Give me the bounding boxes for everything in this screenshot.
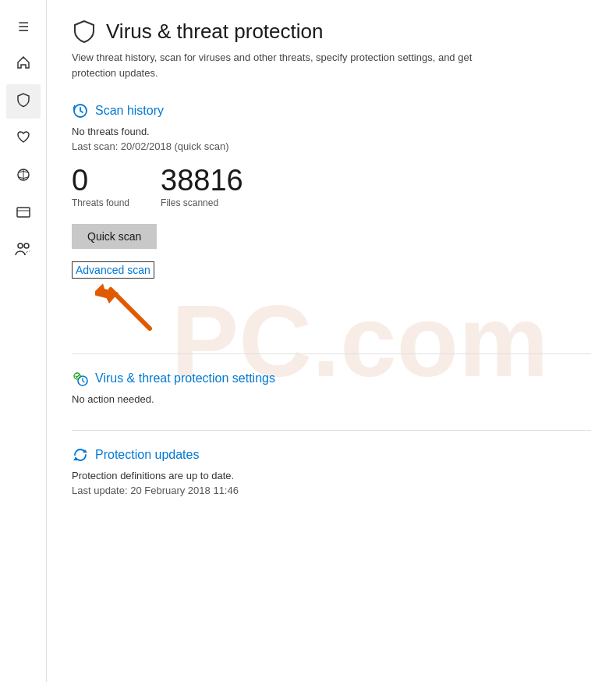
sidebar: ☰ [0, 0, 47, 682]
home-icon [16, 55, 31, 74]
sidebar-item-menu[interactable]: ☰ [6, 9, 41, 44]
divider-2 [72, 430, 591, 431]
protection-settings-icon [72, 370, 89, 387]
protection-updates-title: Protection updates [95, 448, 199, 462]
heart-icon [16, 130, 31, 149]
hamburger-icon: ☰ [18, 20, 29, 34]
quick-scan-button[interactable]: Quick scan [72, 224, 157, 249]
files-number: 38816 [161, 165, 243, 197]
browser-icon [16, 204, 31, 224]
page-shield-icon [72, 19, 97, 44]
protection-settings-header: Virus & threat protection settings [72, 370, 591, 387]
scan-last-scan: Last scan: 20/02/2018 (quick scan) [72, 140, 591, 152]
svg-point-10 [74, 373, 80, 379]
sidebar-item-network[interactable] [6, 159, 41, 194]
scan-history-icon [72, 102, 89, 119]
advanced-scan-link[interactable]: Advanced scan [72, 261, 154, 279]
sidebar-item-family[interactable] [6, 234, 41, 268]
files-label: Files scanned [161, 197, 243, 208]
scan-history-section: Scan history No threats found. Last scan… [72, 102, 591, 329]
page-title: Virus & threat protection [106, 20, 323, 44]
divider-1 [72, 353, 591, 354]
svg-rect-2 [17, 208, 30, 217]
svg-point-4 [18, 243, 23, 248]
protection-settings-status: No action needed. [72, 393, 591, 405]
protection-settings-title: Virus & threat protection settings [95, 371, 275, 385]
scan-history-header: Scan history [72, 102, 591, 119]
page-description: View threat history, scan for viruses an… [72, 50, 508, 80]
protection-settings-section: Virus & threat protection settings No ac… [72, 370, 591, 405]
threats-number: 0 [72, 165, 129, 197]
sidebar-item-home[interactable] [6, 47, 41, 81]
main-content: PC.com Virus & threat protection View th… [47, 0, 616, 682]
shield-icon [16, 92, 31, 112]
sidebar-item-shield[interactable] [6, 84, 41, 119]
protection-updates-last: Last update: 20 February 2018 11:46 [72, 485, 591, 496]
family-icon [15, 242, 32, 261]
threats-label: Threats found [72, 197, 129, 208]
sidebar-item-browser[interactable] [6, 197, 41, 231]
arrow-icon [95, 282, 165, 336]
protection-updates-section: Protection updates Protection definition… [72, 446, 591, 496]
protection-updates-header: Protection updates [72, 446, 591, 464]
svg-line-7 [111, 289, 150, 329]
files-stat: 38816 Files scanned [161, 165, 243, 208]
protection-updates-status: Protection definitions are up to date. [72, 470, 591, 481]
scan-history-title: Scan history [95, 104, 164, 118]
sidebar-item-health[interactable] [6, 122, 41, 156]
page-header: Virus & threat protection [72, 19, 591, 44]
stats-row: 0 Threats found 38816 Files scanned [72, 165, 591, 208]
arrow-annotation [72, 282, 165, 329]
protection-updates-icon [72, 446, 89, 464]
scan-status: No threats found. [72, 126, 591, 137]
threats-stat: 0 Threats found [72, 165, 129, 208]
network-icon [16, 167, 31, 186]
svg-point-5 [24, 243, 29, 248]
